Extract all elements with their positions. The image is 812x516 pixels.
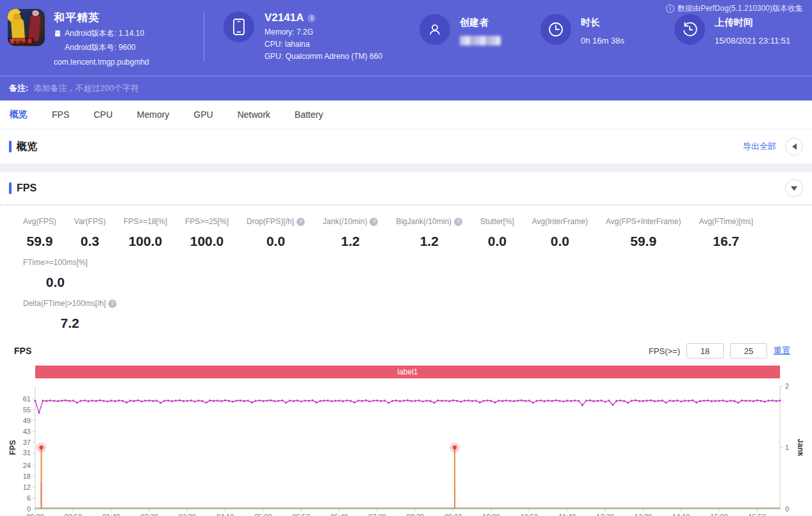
tab-Network[interactable]: Network (238, 109, 270, 120)
help-icon[interactable]: ? (108, 300, 117, 308)
reset-link[interactable]: 重置 (774, 345, 790, 357)
svg-text:43: 43 (23, 428, 31, 435)
metric-Stutter[%]: Stutter[%]0.0 (471, 217, 523, 249)
metric-value: 0.0 (480, 234, 514, 249)
fps-threshold-low-input[interactable] (686, 343, 724, 359)
info-icon: i (666, 4, 674, 13)
note-bar[interactable]: 备注: 添加备注，不超过200个字符 (0, 76, 812, 101)
metric-label: FPS>=18[%] (124, 217, 167, 226)
triangle-down-icon (791, 186, 797, 191)
svg-text:31: 31 (23, 449, 31, 456)
fps-chart-canvas[interactable]: 61554943373124181260FPS210Jank00:0000:50… (9, 378, 803, 516)
metric-label: FPS>=25[%] (185, 217, 229, 226)
accent-bar (9, 182, 12, 194)
tab-概览[interactable]: 概览 (10, 109, 28, 120)
device-info-icon[interactable]: i (307, 14, 316, 22)
note-placeholder: 添加备注，不超过200个字符 (33, 83, 139, 94)
metric-value: 0.3 (74, 234, 106, 249)
help-icon[interactable]: ? (369, 218, 378, 226)
chart-label-text: label1 (397, 367, 418, 376)
metric-value: 1.2 (396, 234, 462, 249)
svg-text:08:20: 08:20 (407, 513, 425, 516)
svg-text:18: 18 (23, 472, 31, 480)
android-icon (54, 29, 61, 38)
collector-note-text: 数据由PerfDog(5.1.210300)版本收集 (678, 3, 803, 14)
device-info-block: V2141A i Memory: 7.2G CPU: lahaina GPU: … (204, 0, 396, 61)
metric-Delta(FTime)>100ms[/h]: Delta(FTime)>100ms[/h]?7.2 (14, 299, 126, 331)
collapse-left-button[interactable] (785, 138, 803, 156)
creator-label: 创建者 (460, 17, 501, 29)
chart-label-banner: label1 (35, 366, 780, 378)
collector-note: i 数据由PerfDog(5.1.210300)版本收集 (666, 3, 803, 14)
metric-label: Stutter[%] (480, 217, 514, 226)
svg-text:03:20: 03:20 (179, 513, 197, 516)
svg-text:02:30: 02:30 (140, 513, 158, 516)
note-label: 备注: (9, 83, 28, 94)
metric-value: 7.2 (23, 316, 117, 331)
metric-value: 100.0 (185, 234, 229, 249)
svg-text:00:50: 00:50 (65, 513, 83, 516)
duration-block: 时长 0h 16m 38s (540, 0, 624, 45)
clock-icon (540, 14, 571, 45)
svg-text:00:00: 00:00 (26, 513, 44, 516)
metric-label: Avg(InterFrame) (532, 217, 588, 226)
metric-value: 16.7 (699, 234, 753, 249)
svg-text:12: 12 (23, 483, 31, 491)
tab-Battery[interactable]: Battery (295, 109, 323, 120)
overview-section-header: 概览 导出全部 (0, 129, 812, 165)
fps-threshold-high-input[interactable] (730, 343, 767, 359)
metric-FTime>=100ms[%]: FTime>=100ms[%]0.0 (14, 258, 97, 290)
metric-value: 0.0 (532, 234, 588, 249)
user-icon (419, 14, 450, 45)
svg-text:13:20: 13:20 (635, 513, 653, 516)
svg-text:11:40: 11:40 (558, 513, 576, 516)
metric-label: Var(FPS) (74, 217, 106, 226)
fps-chart[interactable]: 61554943373124181260FPS210Jank00:0000:50… (9, 378, 812, 516)
fps-section-header: FPS (0, 172, 812, 204)
collapse-down-button[interactable] (785, 179, 803, 197)
app-icon: 重启未来 (8, 9, 45, 46)
svg-text:24: 24 (23, 462, 31, 469)
tab-GPU[interactable]: GPU (193, 109, 213, 120)
device-cpu: CPU: lahaina (264, 40, 382, 49)
svg-text:05:00: 05:00 (254, 513, 272, 516)
svg-text:06:40: 06:40 (330, 513, 348, 516)
svg-text:55: 55 (23, 406, 31, 414)
svg-text:05:50: 05:50 (293, 513, 311, 516)
upload-time-label: 上传时间 (715, 17, 790, 29)
metric-value: 0.0 (247, 234, 305, 249)
svg-text:0: 0 (785, 505, 789, 513)
metric-FPS>=25[%]: FPS>=25[%]100.0 (176, 217, 238, 249)
help-icon[interactable]: ? (454, 218, 462, 226)
overview-title: 概览 (17, 140, 37, 154)
triangle-left-icon (792, 143, 797, 150)
tab-CPU[interactable]: CPU (93, 109, 113, 120)
metric-label: Avg(FTime)[ms] (699, 217, 753, 226)
app-name: 和平精英 (54, 10, 149, 25)
app-info-block: 重启未来 和平精英 Android版本名: 1.14.10 Android版本号… (0, 0, 204, 67)
svg-text:0: 0 (27, 505, 31, 513)
metric-label: FTime>=100ms[%] (23, 258, 88, 267)
metric-Jank(/10min): Jank(/10min)?1.2 (314, 217, 387, 249)
fps-chart-header: FPS FPS(>=) 重置 (0, 340, 812, 359)
metric-value: 1.2 (323, 234, 378, 249)
help-icon[interactable]: ? (296, 218, 305, 226)
svg-text:2: 2 (785, 382, 789, 390)
tab-FPS[interactable]: FPS (52, 109, 69, 120)
metric-Var(FPS): Var(FPS)0.3 (65, 217, 115, 249)
metric-label: Avg(FPS) (23, 217, 56, 226)
svg-text:FPS: FPS (9, 440, 17, 455)
svg-text:01:40: 01:40 (102, 513, 120, 516)
metric-label: BigJank(/10min) (396, 217, 451, 226)
export-all-link[interactable]: 导出全部 (743, 141, 776, 152)
metric-label: Jank(/10min) (323, 217, 367, 226)
svg-text:6: 6 (27, 494, 31, 502)
metric-Avg(InterFrame): Avg(InterFrame)0.0 (523, 217, 597, 249)
duration-value: 0h 16m 38s (581, 36, 624, 45)
creator-name-masked (460, 36, 501, 45)
tab-Memory[interactable]: Memory (137, 109, 170, 120)
android-version-code: Android版本号: 9600 (54, 42, 149, 53)
svg-text:15:50: 15:50 (749, 513, 767, 516)
device-model: V2141A (264, 12, 304, 24)
creator-block: 创建者 (419, 0, 501, 45)
